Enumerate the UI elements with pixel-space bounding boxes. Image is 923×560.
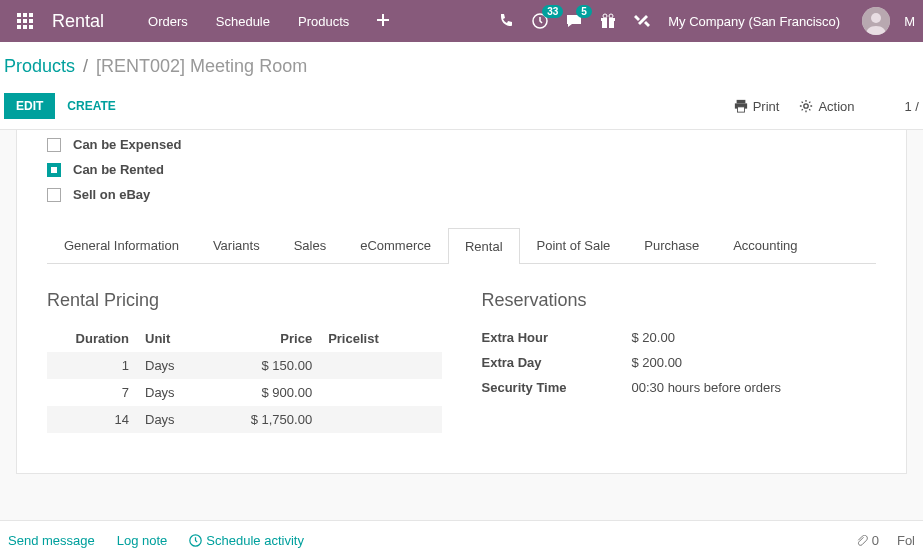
- log-note-button[interactable]: Log note: [117, 533, 168, 548]
- nav-schedule[interactable]: Schedule: [216, 14, 270, 29]
- tab-pos[interactable]: Point of Sale: [520, 227, 628, 263]
- svg-rect-5: [29, 19, 33, 23]
- print-label: Print: [753, 99, 780, 114]
- table-row[interactable]: 14 Days $ 1,750.00: [47, 406, 442, 433]
- breadcrumb: Products / [RENT002] Meeting Room: [4, 56, 919, 77]
- svg-rect-4: [23, 19, 27, 23]
- checkbox-icon[interactable]: [47, 163, 61, 177]
- check-label: Can be Expensed: [73, 137, 181, 152]
- svg-rect-6: [17, 25, 21, 29]
- send-message-button[interactable]: Send message: [8, 533, 95, 548]
- svg-rect-8: [29, 25, 33, 29]
- company-name[interactable]: My Company (San Francisco): [668, 14, 840, 29]
- breadcrumb-current: [RENT002] Meeting Room: [96, 56, 307, 77]
- svg-point-22: [804, 104, 808, 108]
- kv-value: 00:30 hours before orders: [632, 380, 782, 395]
- section-title-pricing: Rental Pricing: [47, 290, 442, 311]
- follow-button[interactable]: Fol: [897, 533, 915, 548]
- nav-products[interactable]: Products: [298, 14, 349, 29]
- app-name[interactable]: Rental: [52, 11, 104, 32]
- cell-duration: 1: [47, 352, 137, 379]
- breadcrumb-root[interactable]: Products: [4, 56, 75, 77]
- action-button[interactable]: Action: [799, 99, 854, 114]
- schedule-label: Schedule activity: [206, 533, 304, 548]
- tab-general[interactable]: General Information: [47, 227, 196, 263]
- cell-duration: 14: [47, 406, 137, 433]
- cell-pricelist: [320, 406, 441, 433]
- check-can-be-expensed[interactable]: Can be Expensed: [47, 132, 876, 157]
- pager[interactable]: 1 /: [905, 99, 919, 114]
- user-initial: M: [904, 14, 915, 29]
- th-price: Price: [220, 325, 320, 352]
- col-reservations: Reservations Extra Hour $ 20.00 Extra Da…: [482, 290, 877, 433]
- col-pricing: Rental Pricing Duration Unit Price Price…: [47, 290, 442, 433]
- kv-value: $ 20.00: [632, 330, 675, 345]
- breadcrumb-sep: /: [83, 56, 88, 77]
- tab-purchase[interactable]: Purchase: [627, 227, 716, 263]
- create-button[interactable]: CREATE: [55, 93, 127, 119]
- svg-point-18: [871, 13, 881, 23]
- nav-orders[interactable]: Orders: [148, 14, 188, 29]
- svg-rect-7: [23, 25, 27, 29]
- schedule-activity-button[interactable]: Schedule activity: [189, 533, 304, 548]
- cell-unit: Days: [137, 406, 220, 433]
- control-bar: EDIT CREATE Print Action 1 /: [0, 87, 923, 130]
- svg-rect-2: [29, 13, 33, 17]
- kv-value: $ 200.00: [632, 355, 683, 370]
- footer-right: 0 Fol: [856, 533, 915, 548]
- tools-icon[interactable]: [634, 13, 650, 29]
- svg-point-15: [603, 14, 607, 18]
- clock-icon[interactable]: 33: [532, 13, 548, 29]
- kv-extra-hour: Extra Hour $ 20.00: [482, 325, 877, 350]
- svg-rect-1: [23, 13, 27, 17]
- chat-icon[interactable]: 5: [566, 13, 582, 29]
- tab-ecommerce[interactable]: eCommerce: [343, 227, 448, 263]
- cell-duration: 7: [47, 379, 137, 406]
- pricing-table: Duration Unit Price Pricelist 1 Days $ 1…: [47, 325, 442, 433]
- tabs: General Information Variants Sales eComm…: [47, 227, 876, 264]
- chatter-footer: Send message Log note Schedule activity …: [0, 520, 923, 560]
- nav-add[interactable]: [377, 14, 389, 29]
- badge-activities: 33: [542, 5, 563, 18]
- breadcrumb-bar: Products / [RENT002] Meeting Room: [0, 42, 923, 87]
- apps-icon[interactable]: [8, 4, 42, 38]
- cell-pricelist: [320, 352, 441, 379]
- kv-extra-day: Extra Day $ 200.00: [482, 350, 877, 375]
- print-button[interactable]: Print: [734, 99, 780, 114]
- check-can-be-rented[interactable]: Can be Rented: [47, 157, 876, 182]
- attachments-button[interactable]: 0: [856, 533, 879, 548]
- svg-point-16: [609, 14, 613, 18]
- cell-unit: Days: [137, 379, 220, 406]
- gear-icon: [799, 99, 813, 113]
- cell-unit: Days: [137, 352, 220, 379]
- user-avatar[interactable]: [862, 7, 890, 35]
- top-nav: Rental Orders Schedule Products 33 5 My …: [0, 0, 923, 42]
- cell-price: $ 150.00: [220, 352, 320, 379]
- checkbox-icon[interactable]: [47, 188, 61, 202]
- kv-label: Extra Hour: [482, 330, 632, 345]
- tab-variants[interactable]: Variants: [196, 227, 277, 263]
- svg-rect-21: [737, 107, 744, 112]
- form-sheet: Can be Expensed Can be Rented Sell on eB…: [16, 130, 907, 474]
- paperclip-icon: [856, 535, 868, 547]
- table-row[interactable]: 7 Days $ 900.00: [47, 379, 442, 406]
- edit-button[interactable]: EDIT: [4, 93, 55, 119]
- badge-messages: 5: [576, 5, 592, 18]
- tab-rental[interactable]: Rental: [448, 228, 520, 264]
- svg-rect-3: [17, 19, 21, 23]
- phone-icon[interactable]: [498, 13, 514, 29]
- cell-pricelist: [320, 379, 441, 406]
- tab-sales[interactable]: Sales: [277, 227, 344, 263]
- checkbox-icon[interactable]: [47, 138, 61, 152]
- tab-accounting[interactable]: Accounting: [716, 227, 814, 263]
- kv-label: Extra Day: [482, 355, 632, 370]
- kv-security-time: Security Time 00:30 hours before orders: [482, 375, 877, 400]
- th-pricelist: Pricelist: [320, 325, 441, 352]
- clock-icon: [189, 534, 202, 547]
- cell-price: $ 1,750.00: [220, 406, 320, 433]
- table-row[interactable]: 1 Days $ 150.00: [47, 352, 442, 379]
- control-actions: Print Action: [734, 99, 855, 114]
- check-sell-on-ebay[interactable]: Sell on eBay: [47, 182, 876, 207]
- nav-right: 33 5 My Company (San Francisco) M: [498, 7, 915, 35]
- gift-icon[interactable]: [600, 13, 616, 29]
